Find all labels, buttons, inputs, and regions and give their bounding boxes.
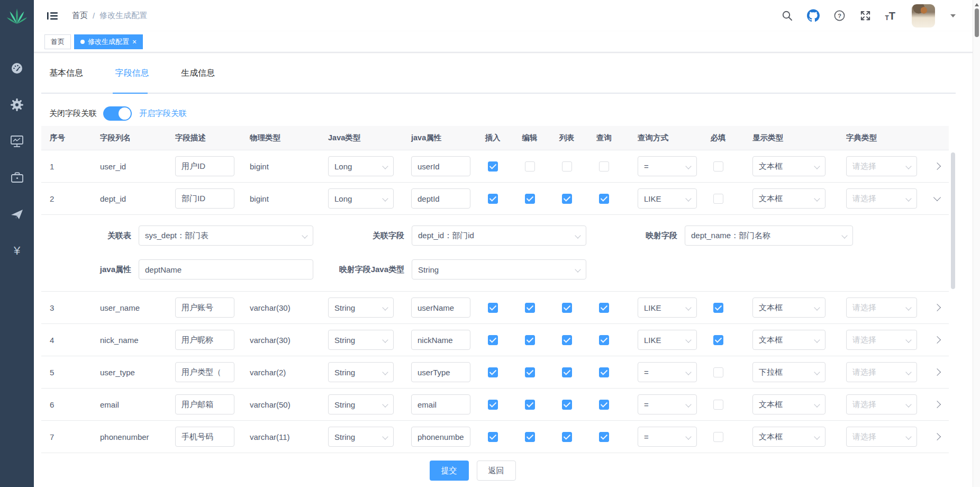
java-attr-input[interactable] <box>411 427 470 447</box>
display-type-select[interactable]: 文本框 <box>752 188 825 209</box>
table-vertical-scrollbar[interactable] <box>951 152 955 289</box>
font-size-icon[interactable]: TT <box>885 11 895 21</box>
map-field-select[interactable]: dept_name：部门名称 <box>685 226 853 246</box>
field-desc-input[interactable] <box>175 330 234 350</box>
query-mode-select[interactable]: = <box>638 362 697 382</box>
required-checkbox[interactable] <box>713 367 723 377</box>
java-type-select[interactable]: String <box>328 394 394 414</box>
java-type-select[interactable]: String <box>328 427 394 447</box>
expand-row-icon[interactable] <box>933 401 941 408</box>
list-checkbox[interactable] <box>562 303 572 313</box>
map-java-attr-input[interactable] <box>139 259 313 279</box>
list-checkbox[interactable] <box>562 194 572 204</box>
list-checkbox[interactable] <box>562 432 572 442</box>
list-checkbox[interactable] <box>562 335 572 345</box>
field-desc-input[interactable] <box>175 427 234 447</box>
insert-checkbox[interactable] <box>488 400 498 410</box>
list-checkbox[interactable] <box>562 400 572 410</box>
tab-field-info[interactable]: 字段信息 <box>115 68 149 79</box>
expand-row-icon[interactable] <box>933 163 941 170</box>
query-mode-select[interactable]: = <box>638 427 697 447</box>
scrollbar-up-arrow-icon[interactable] <box>975 3 979 6</box>
sidebar-item-monitor[interactable] <box>0 123 34 159</box>
sidebar-item-system[interactable] <box>0 86 34 123</box>
expand-row-icon[interactable] <box>933 194 941 201</box>
dict-type-select[interactable]: 请选择 <box>846 188 917 209</box>
required-checkbox[interactable] <box>713 335 723 345</box>
tab-gen-info[interactable]: 生成信息 <box>181 68 215 79</box>
sidebar-toggle-icon[interactable] <box>47 11 58 21</box>
insert-checkbox[interactable] <box>488 161 498 172</box>
field-desc-input[interactable] <box>175 188 234 209</box>
insert-checkbox[interactable] <box>488 335 498 345</box>
search-icon[interactable] <box>781 10 794 22</box>
tab-basic-info[interactable]: 基本信息 <box>49 68 83 79</box>
java-attr-input[interactable] <box>411 394 470 414</box>
field-desc-input[interactable] <box>175 297 234 318</box>
insert-checkbox[interactable] <box>488 432 498 442</box>
insert-checkbox[interactable] <box>488 303 498 313</box>
query-checkbox[interactable] <box>599 303 609 313</box>
tag-home[interactable]: 首页 <box>44 34 71 49</box>
insert-checkbox[interactable] <box>488 367 498 377</box>
dict-type-select[interactable]: 请选择 <box>846 156 917 176</box>
display-type-select[interactable]: 文本框 <box>752 330 825 350</box>
list-checkbox[interactable] <box>562 161 572 172</box>
edit-checkbox[interactable] <box>525 194 535 204</box>
breadcrumb-home[interactable]: 首页 <box>72 11 88 21</box>
back-button[interactable]: 返回 <box>477 461 516 481</box>
java-attr-input[interactable] <box>411 297 470 318</box>
field-desc-input[interactable] <box>175 362 234 382</box>
edit-checkbox[interactable] <box>525 161 535 172</box>
field-desc-input[interactable] <box>175 156 234 176</box>
sidebar-item-finance[interactable]: ¥ <box>0 232 34 269</box>
close-icon[interactable]: × <box>132 38 137 46</box>
query-checkbox[interactable] <box>599 194 609 204</box>
assoc-table-select[interactable]: sys_dept：部门表 <box>139 226 313 246</box>
query-mode-select[interactable]: LIKE <box>638 297 697 318</box>
scrollbar-thumb[interactable] <box>975 8 979 37</box>
query-checkbox[interactable] <box>599 400 609 410</box>
map-java-type-select[interactable]: String <box>412 259 586 279</box>
tag-active-page[interactable]: 修改生成配置 × <box>74 34 143 49</box>
help-icon[interactable]: ? <box>833 10 846 22</box>
edit-checkbox[interactable] <box>525 432 535 442</box>
query-mode-select[interactable]: LIKE <box>638 188 697 209</box>
edit-checkbox[interactable] <box>525 335 535 345</box>
expand-row-icon[interactable] <box>933 368 941 376</box>
edit-checkbox[interactable] <box>525 367 535 377</box>
display-type-select[interactable]: 文本框 <box>752 394 825 414</box>
query-mode-select[interactable]: = <box>638 394 697 414</box>
dict-type-select[interactable]: 请选择 <box>846 297 917 318</box>
sidebar-item-dashboard[interactable] <box>0 50 34 86</box>
expand-row-icon[interactable] <box>933 304 941 311</box>
expand-row-icon[interactable] <box>933 336 941 344</box>
user-avatar[interactable] <box>912 4 935 28</box>
expand-row-icon[interactable] <box>933 433 941 440</box>
java-type-select[interactable]: String <box>328 297 394 318</box>
submit-button[interactable]: 提交 <box>430 461 469 481</box>
dict-type-select[interactable]: 请选择 <box>846 394 917 414</box>
list-checkbox[interactable] <box>562 367 572 377</box>
sidebar-item-tool[interactable] <box>0 159 34 196</box>
dict-type-select[interactable]: 请选择 <box>846 330 917 350</box>
fullscreen-icon[interactable] <box>859 10 872 22</box>
java-attr-input[interactable] <box>411 188 470 209</box>
app-logo[interactable] <box>0 0 34 33</box>
required-checkbox[interactable] <box>713 303 723 313</box>
java-type-select[interactable]: String <box>328 330 394 350</box>
java-type-select[interactable]: Long <box>328 188 394 209</box>
query-checkbox[interactable] <box>599 432 609 442</box>
sidebar-item-deploy[interactable] <box>0 196 34 232</box>
github-icon[interactable] <box>807 10 820 22</box>
query-checkbox[interactable] <box>599 367 609 377</box>
query-checkbox[interactable] <box>599 335 609 345</box>
dict-type-select[interactable]: 请选择 <box>846 362 917 382</box>
required-checkbox[interactable] <box>713 194 723 204</box>
assoc-field-select[interactable]: dept_id：部门id <box>412 226 586 246</box>
edit-checkbox[interactable] <box>525 400 535 410</box>
query-checkbox[interactable] <box>599 161 609 172</box>
display-type-select[interactable]: 文本框 <box>752 297 825 318</box>
display-type-select[interactable]: 文本框 <box>752 156 825 176</box>
association-switch[interactable] <box>103 106 132 121</box>
